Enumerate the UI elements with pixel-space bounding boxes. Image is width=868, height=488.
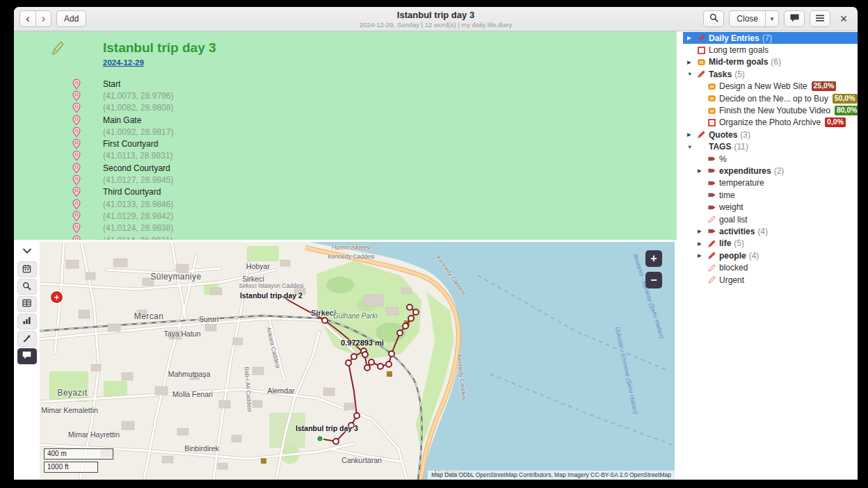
tag-icon xyxy=(707,190,719,200)
collapse-panel-button[interactable] xyxy=(17,245,37,257)
entry-editor[interactable]: Istanbul trip day 3 2024-12-29 Start(41.… xyxy=(14,31,677,240)
tree-item-temperature[interactable]: temperature xyxy=(683,177,858,189)
tree-item-long-term-goals[interactable]: Long term goals xyxy=(683,44,858,56)
tree-item-organize-the-photo-archive[interactable]: Organize the Photo Archive0,0% xyxy=(683,117,858,129)
tree-item-blocked[interactable]: blocked xyxy=(683,261,858,273)
tree-item-urgent[interactable]: Urgent xyxy=(683,274,858,286)
route-point-marker[interactable] xyxy=(397,330,403,336)
back-button[interactable]: ‹ xyxy=(19,10,35,27)
tree-item-[interactable]: % xyxy=(683,153,858,165)
search-button[interactable] xyxy=(703,10,724,27)
expander-icon[interactable]: ▼ xyxy=(687,71,697,77)
close-diary-button[interactable]: Close xyxy=(729,10,766,27)
zoom-out-button[interactable]: − xyxy=(645,272,662,288)
tree-item-label: goal list xyxy=(719,215,748,225)
zoom-in-button[interactable]: + xyxy=(645,250,662,267)
route-point-marker[interactable] xyxy=(322,318,328,323)
forward-button[interactable]: › xyxy=(35,10,51,27)
route-point-marker[interactable] xyxy=(364,365,370,371)
route-start-marker[interactable] xyxy=(317,436,323,442)
expander-icon[interactable]: ▶ xyxy=(698,228,707,234)
route-point-marker[interactable] xyxy=(413,309,419,315)
tree-item-finish-the-new-youtube-video[interactable]: Finish the New Youtube Video80,0% xyxy=(683,104,858,116)
route-point-marker[interactable] xyxy=(378,364,383,369)
calendar-button[interactable] xyxy=(17,261,37,277)
entry-item-text: Second Courtyard xyxy=(103,163,170,173)
tree-item-mid-term-goals[interactable]: ▶Mid-term goals(6) xyxy=(683,56,858,68)
tree-item-activities[interactable]: ▶activities(4) xyxy=(683,225,858,237)
entries-table-button[interactable] xyxy=(17,296,37,312)
route-point-marker[interactable] xyxy=(369,359,374,365)
edit-pencil-icon xyxy=(50,40,65,59)
expander-icon[interactable]: ▼ xyxy=(687,144,697,150)
expander-icon[interactable]: ▶ xyxy=(698,252,707,259)
tree-item-goal-list[interactable]: goal list xyxy=(683,213,858,225)
tree-item-people[interactable]: ▶people(4) xyxy=(683,250,858,261)
map-canvas[interactable]: Harem İskelesiKennedy CaddesiHobyarSüley… xyxy=(40,242,675,480)
tree-item-label: blocked xyxy=(719,263,748,273)
tree-item-count: (11) xyxy=(734,142,748,152)
tree-item-daily-entries[interactable]: ▶Daily Entries(7) xyxy=(683,32,858,44)
tree-item-quotes[interactable]: ▶Quotes(3) xyxy=(683,129,858,140)
window-title: Istanbul trip day 3 xyxy=(360,10,512,21)
expander-icon[interactable]: ▶ xyxy=(687,35,697,41)
headerbar: ‹ › Add Istanbul trip day 3 2024-12-29, … xyxy=(14,7,858,31)
menu-icon xyxy=(815,14,825,24)
route-point-marker[interactable] xyxy=(333,439,339,444)
route-point-marker[interactable] xyxy=(346,360,351,366)
route-point-marker[interactable] xyxy=(386,361,392,367)
paint-brush-icon xyxy=(22,333,32,345)
tree-item-design-a-new-web-site[interactable]: Design a New Web Site25,0% xyxy=(683,81,858,92)
search-icon xyxy=(22,281,32,293)
entry-item-text: (41.0092, 28.9817) xyxy=(103,127,173,137)
charts-button[interactable] xyxy=(17,314,37,330)
entry-pencil-icon xyxy=(697,33,709,42)
tree-item-decide-on-the-ne-op-to-buy[interactable]: Decide on the Ne... op to Buy50,0% xyxy=(683,92,858,104)
app-window: ‹ › Add Istanbul trip day 3 2024-12-29, … xyxy=(14,7,858,480)
location-pin-icon xyxy=(72,222,81,234)
add-button[interactable]: Add xyxy=(56,10,86,27)
add-location-marker[interactable]: + xyxy=(51,291,63,303)
route-point-marker[interactable] xyxy=(351,354,357,359)
menu-button[interactable] xyxy=(810,10,830,27)
expander-icon[interactable]: ▶ xyxy=(687,59,697,65)
tree-item-count: (5) xyxy=(734,238,744,248)
entry-item-text: First Courtyard xyxy=(103,139,158,149)
tree-item-label: people xyxy=(719,251,746,261)
location-pin-icon xyxy=(72,115,81,126)
themes-button[interactable] xyxy=(17,331,37,347)
theme-pencil-icon xyxy=(707,215,719,224)
entry-date-link[interactable]: 2024-12-29 xyxy=(103,58,144,67)
entry-pencil-icon xyxy=(697,70,709,79)
route-point-marker[interactable] xyxy=(354,413,360,418)
location-pin-icon xyxy=(72,186,81,197)
progress-badge: 25,0% xyxy=(812,81,837,91)
tree-item-life[interactable]: ▶life(5) xyxy=(683,238,858,250)
tree-item-tags[interactable]: ▼TAGS(11) xyxy=(683,141,858,153)
calendar-icon xyxy=(22,263,32,276)
tree-item-expenditures[interactable]: ▶expenditures(2) xyxy=(683,165,858,177)
map-comments-button[interactable] xyxy=(17,348,37,364)
expander-icon[interactable]: ▶ xyxy=(698,168,707,174)
theme-pencil-icon xyxy=(707,263,719,273)
close-menu-button[interactable]: ▾ xyxy=(766,10,779,27)
zoom-controls: + − xyxy=(645,250,662,293)
route-point-marker[interactable] xyxy=(389,351,394,357)
close-window-button[interactable]: × xyxy=(835,12,852,26)
tree-item-weight[interactable]: weight xyxy=(683,201,858,213)
progress-badge: 0,0% xyxy=(825,117,846,127)
comments-button[interactable] xyxy=(784,10,805,27)
tag-icon xyxy=(707,227,719,236)
chevron-down-icon xyxy=(22,246,32,257)
route-point-marker[interactable] xyxy=(408,316,414,321)
location-pin-icon xyxy=(72,102,81,113)
tree-item-time[interactable]: time xyxy=(683,189,858,201)
route-point-marker[interactable] xyxy=(407,304,412,310)
route-point-marker[interactable] xyxy=(362,352,368,357)
expander-icon[interactable]: ▶ xyxy=(698,241,707,247)
route-point-marker[interactable] xyxy=(403,323,408,329)
expander-icon[interactable]: ▶ xyxy=(687,131,697,138)
route-point-marker[interactable] xyxy=(348,423,354,428)
filter-search-button[interactable] xyxy=(17,279,37,295)
tree-item-tasks[interactable]: ▼Tasks(5) xyxy=(683,68,858,80)
